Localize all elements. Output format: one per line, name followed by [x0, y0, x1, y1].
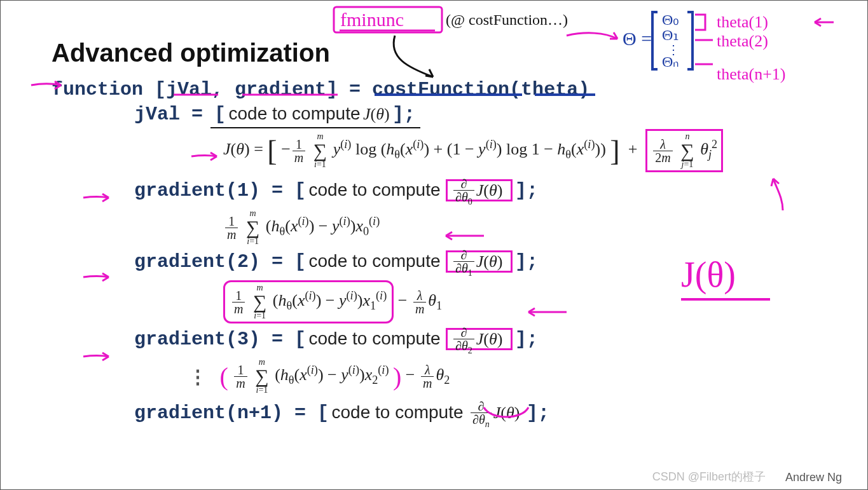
- hand-fminunc: fminunc: [340, 9, 404, 30]
- formula-grad0: 1m m∑i=1 (hθ(x(i)) − y(i))x0(i): [223, 209, 867, 246]
- math-partial0: ∂∂θ0J(θ): [446, 179, 513, 201]
- bracket-end-1: ];: [515, 180, 538, 201]
- formula-grad2: ( 1m m∑i=1 (hθ(x(i)) − y(i))x2(i) ) − λm…: [219, 365, 450, 384]
- math-partialn: ∂∂θnJ(θ): [469, 404, 524, 422]
- code-grad2: gradient(2) = [: [134, 251, 306, 273]
- code-grad1-line: gradient(1) = [ code to compute ∂∂θ0J(θ)…: [134, 177, 867, 207]
- hand-theta-idx1: theta(1): [717, 13, 768, 31]
- bracket-end-2: ];: [515, 251, 538, 273]
- code-grad3: gradient(3) = [: [134, 329, 306, 350]
- math-Jtheta: J(θ): [363, 105, 390, 123]
- text-code-to-compute-2: code to compute: [309, 251, 441, 271]
- slide: Advanced optimization function [jVal, gr…: [0, 0, 868, 490]
- math-partial2: ∂∂θ2J(θ): [446, 328, 513, 350]
- text-code-to-compute-1: code to compute: [309, 180, 441, 200]
- math-partial1: ∂∂θ1J(θ): [446, 250, 513, 273]
- formula-cost-function: J(θ) = [ −1m m∑i=1 y(i) log (hθ(x(i)) + …: [223, 129, 867, 172]
- bracket-end-n: ];: [527, 402, 549, 424]
- bracket-end: ];: [392, 104, 415, 125]
- hand-theta0: Θ₀: [662, 11, 679, 28]
- code-jval-line: jVal = [ code to compute J(θ) ];: [134, 104, 867, 126]
- text-code-to-compute: code to compute: [228, 104, 360, 123]
- slide-title: Advanced optimization: [52, 39, 867, 67]
- code-grad2-line: gradient(2) = [ code to compute ∂∂θ1J(θ)…: [134, 248, 867, 278]
- watermark: CSDN @Filbert的橙子: [652, 469, 766, 484]
- code-gradn1: gradient(n+1) = [: [134, 402, 329, 424]
- bracket-end-3: ];: [515, 329, 538, 350]
- row-grad2-formula: ⋮ ( 1m m∑i=1 (hθ(x(i)) − y(i))x2(i) ) − …: [179, 358, 867, 395]
- hand-atcost: (@ costFunction…): [446, 11, 568, 28]
- code-grad1: gradient(1) = [: [134, 180, 306, 201]
- author-credit: Andrew Ng: [785, 471, 842, 484]
- dots-vertical: ⋮: [179, 365, 217, 389]
- text-code-to-compute-n: code to compute: [332, 402, 464, 422]
- code-function-decl: function [jVal, gradient] = costFunction…: [52, 79, 867, 101]
- svg-rect-0: [334, 7, 442, 32]
- code-jval: jVal = [: [134, 104, 226, 125]
- code-grad3-line: gradient(3) = [ code to compute ∂∂θ2J(θ)…: [134, 326, 867, 355]
- code-gradn1-line: gradient(n+1) = [ code to compute ∂∂θnJ(…: [134, 400, 867, 429]
- text-code-to-compute-3: code to compute: [309, 329, 441, 348]
- formula-grad1: 1m m∑i=1 (hθ(x(i)) − y(i))x1(i) − λmθ1: [223, 280, 867, 323]
